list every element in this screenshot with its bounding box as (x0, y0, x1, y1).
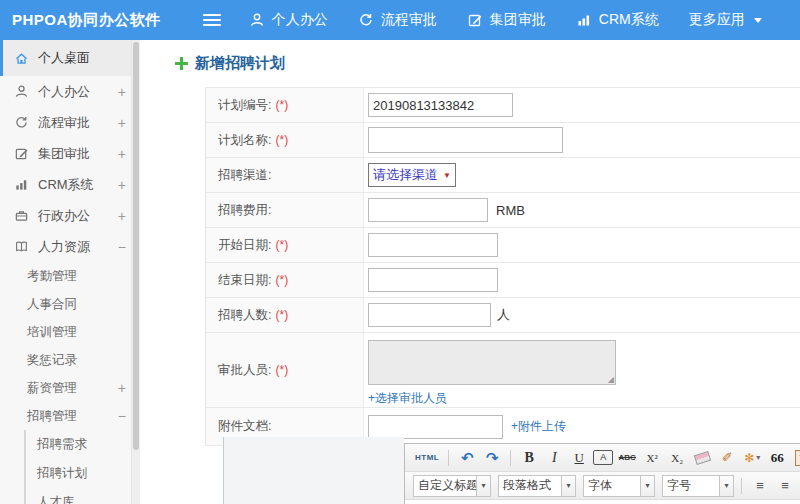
content-editor-section: HTML ↶ ↷ B I U A ABC X² X₂ ✐ ✻▾ 66 T (223, 437, 800, 504)
hamburger-icon[interactable] (203, 14, 221, 26)
italic-button[interactable]: I (543, 448, 565, 468)
custom-heading-select[interactable]: 自定义标题 ▾ (413, 475, 491, 497)
superscript-button[interactable]: X² (641, 448, 663, 468)
expand-plus-icon[interactable]: + (118, 208, 126, 224)
select-value: 自定义标题 (414, 477, 476, 494)
field-label: 审批人员: (218, 362, 271, 379)
sidebar-item-crm[interactable]: CRM系统 + (0, 169, 140, 200)
currency-suffix: RMB (496, 203, 525, 218)
headcount-input[interactable] (368, 303, 491, 327)
sidebar: 个人桌面 个人办公 + 流程审批 + 集团审批 + (0, 40, 141, 504)
expand-plus-icon[interactable]: + (118, 115, 126, 131)
paste-as-text-button[interactable]: T (791, 448, 800, 468)
align-center-icon[interactable]: ≡ (774, 476, 796, 496)
strikethrough-button[interactable]: ABC (616, 448, 638, 468)
sidebar-item-training[interactable]: 培训管理 (0, 318, 140, 346)
app-logo: PHPOA协同办公软件 (0, 11, 161, 30)
toolbar-separator (448, 450, 449, 466)
expand-plus-icon[interactable]: + (118, 380, 126, 396)
main-content: 新增招聘计划 计划编号: (*) 计划名称: (*) (140, 40, 800, 504)
channel-select[interactable]: 请选择渠道 ▼ (368, 163, 456, 187)
scrollbar-thumb[interactable] (133, 42, 139, 450)
toolbar-separator (510, 450, 511, 466)
sidebar-item-recruit-demand[interactable]: 招聘需求 (26, 430, 140, 459)
sidebar-item-label: 培训管理 (27, 324, 77, 341)
sidebar-item-salary[interactable]: 薪资管理 + (0, 374, 140, 402)
char-border-button[interactable]: A (593, 450, 613, 465)
rich-text-editor: HTML ↶ ↷ B I U A ABC X² X₂ ✐ ✻▾ 66 T (404, 443, 800, 504)
sidebar-item-label: 流程审批 (38, 114, 90, 132)
caret-down-icon: ▾ (719, 476, 733, 496)
quick-style-button[interactable]: ✻▾ (741, 448, 763, 468)
top-nav: 个人办公 流程审批 集团审批 CRM系统 更多应用 (249, 11, 792, 29)
sidebar-item-hr-contract[interactable]: 人事合同 (0, 290, 140, 318)
chart-icon (576, 12, 592, 28)
form-row-approvers: 审批人员: (*) ◢ +选择审批人员 (206, 333, 800, 408)
sidebar-scrollbar[interactable] (131, 40, 140, 504)
sidebar-item-label: 个人桌面 (38, 49, 90, 67)
attachment-input[interactable] (368, 415, 503, 439)
remove-format-button[interactable] (691, 448, 713, 468)
bold-button[interactable]: B (518, 448, 540, 468)
paragraph-format-select[interactable]: 段落格式 ▾ (498, 475, 576, 497)
font-size-select[interactable]: 字号 ▾ (662, 475, 734, 497)
sidebar-item-recruit-mgmt[interactable]: 招聘管理 − (0, 402, 140, 430)
required-mark: (*) (275, 308, 288, 322)
underline-button[interactable]: U (568, 448, 590, 468)
sidebar-item-desktop[interactable]: 个人桌面 (0, 40, 140, 76)
font-family-select[interactable]: 字体 ▾ (583, 475, 655, 497)
form-row-start-date: 开始日期: (*) (206, 228, 800, 263)
expand-plus-icon[interactable]: + (118, 146, 126, 162)
nav-more-apps[interactable]: 更多应用 (689, 11, 762, 29)
nav-personal-office[interactable]: 个人办公 (249, 11, 328, 29)
sidebar-item-label: 招聘计划 (37, 465, 87, 482)
collapse-minus-icon[interactable]: − (118, 239, 126, 255)
undo-icon[interactable]: ↶ (456, 448, 478, 468)
process-icon (14, 115, 29, 130)
expand-plus-icon[interactable]: + (118, 84, 126, 100)
sidebar-item-talent-pool[interactable]: 人才库 (26, 488, 140, 504)
sidebar-item-personal-office[interactable]: 个人办公 + (0, 76, 140, 107)
process-icon (358, 12, 374, 28)
required-mark: (*) (275, 98, 288, 112)
sidebar-item-attendance[interactable]: 考勤管理 (0, 262, 140, 290)
approvers-textarea[interactable]: ◢ (368, 340, 616, 385)
sidebar-item-group-approval[interactable]: 集团审批 + (0, 138, 140, 169)
source-code-button[interactable]: HTML (413, 448, 441, 468)
nav-process-approval[interactable]: 流程审批 (358, 11, 437, 29)
attachment-upload-link[interactable]: +附件上传 (511, 418, 566, 435)
sidebar-item-rewards[interactable]: 奖惩记录 (0, 346, 140, 374)
top-bar: PHPOA协同办公软件 个人办公 流程审批 集团审批 (0, 0, 800, 40)
redo-icon[interactable]: ↷ (481, 448, 503, 468)
eraser-icon (694, 450, 711, 464)
nav-crm[interactable]: CRM系统 (576, 11, 659, 29)
sidebar-item-label: 薪资管理 (27, 380, 77, 397)
cost-input[interactable] (368, 198, 488, 222)
sidebar-item-recruit-plan[interactable]: 招聘计划 (26, 459, 140, 488)
editor-content-area[interactable] (405, 500, 800, 504)
sidebar-item-label: 行政办公 (38, 207, 90, 225)
expand-plus-icon[interactable]: + (118, 177, 126, 193)
plan-no-input[interactable] (368, 93, 513, 117)
sidebar-item-hr[interactable]: 人力资源 − (0, 231, 140, 262)
collapse-minus-icon[interactable]: − (118, 408, 126, 424)
caret-down-icon (754, 18, 762, 23)
select-approvers-link[interactable]: +选择审批人员 (368, 390, 800, 407)
field-label: 计划编号: (218, 97, 271, 114)
start-date-input[interactable] (368, 233, 498, 257)
recruit-submenu: 招聘需求 招聘计划 人才库 (24, 430, 140, 504)
home-icon (14, 51, 29, 66)
align-left-icon[interactable]: ≡ (749, 476, 771, 496)
end-date-input[interactable] (368, 268, 498, 292)
resize-handle-icon[interactable]: ◢ (608, 375, 614, 384)
field-label: 开始日期: (218, 237, 271, 254)
blockquote-button[interactable]: 66 (766, 448, 788, 468)
format-brush-icon[interactable]: ✐ (716, 448, 738, 468)
person-icon (249, 12, 265, 28)
subscript-button[interactable]: X₂ (666, 448, 688, 468)
nav-group-approval[interactable]: 集团审批 (467, 11, 546, 29)
plan-name-input[interactable] (368, 127, 563, 153)
sidebar-item-process-approval[interactable]: 流程审批 + (0, 107, 140, 138)
sidebar-item-admin-office[interactable]: 行政办公 + (0, 200, 140, 231)
sidebar-item-label: 人事合同 (27, 296, 77, 313)
